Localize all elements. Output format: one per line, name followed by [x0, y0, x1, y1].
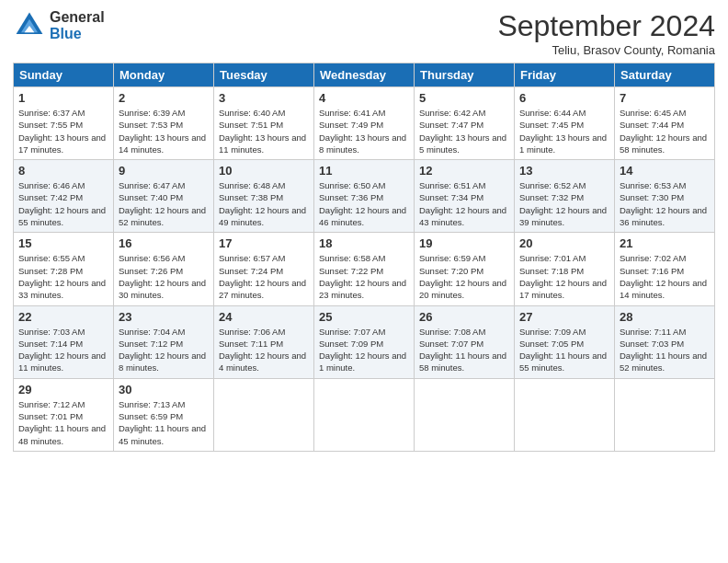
day-info: Sunrise: 6:51 AMSunset: 7:34 PMDaylight:…	[419, 179, 509, 228]
calendar-cell: 26Sunrise: 7:08 AMSunset: 7:07 PMDayligh…	[415, 305, 515, 378]
calendar-week-4: 22Sunrise: 7:03 AMSunset: 7:14 PMDayligh…	[14, 305, 715, 378]
col-saturday: Saturday	[615, 63, 715, 87]
day-info: Sunrise: 6:52 AMSunset: 7:32 PMDaylight:…	[519, 179, 609, 228]
day-info: Sunrise: 6:42 AMSunset: 7:47 PMDaylight:…	[419, 107, 509, 155]
calendar-cell: 9Sunrise: 6:47 AMSunset: 7:40 PMDaylight…	[114, 160, 214, 233]
col-friday: Friday	[515, 63, 615, 87]
month-title: September 2024	[497, 9, 715, 43]
day-info: Sunrise: 6:44 AMSunset: 7:45 PMDaylight:…	[519, 107, 609, 155]
calendar-table: Sunday Monday Tuesday Wednesday Thursday…	[13, 63, 715, 452]
calendar-cell: 23Sunrise: 7:04 AMSunset: 7:12 PMDayligh…	[114, 305, 214, 378]
day-number: 25	[319, 310, 409, 324]
day-info: Sunrise: 7:11 AMSunset: 7:03 PMDaylight:…	[620, 326, 710, 374]
col-tuesday: Tuesday	[214, 63, 314, 87]
calendar-cell: 21Sunrise: 7:02 AMSunset: 7:16 PMDayligh…	[615, 233, 715, 305]
day-number: 20	[519, 236, 609, 250]
day-number: 28	[620, 310, 710, 324]
calendar-cell: 29Sunrise: 7:12 AMSunset: 7:01 PMDayligh…	[14, 378, 114, 451]
day-number: 5	[419, 91, 509, 105]
calendar-cell	[314, 378, 415, 451]
day-number: 3	[219, 91, 309, 105]
day-info: Sunrise: 6:55 AMSunset: 7:28 PMDaylight:…	[18, 252, 108, 301]
calendar-cell: 2Sunrise: 6:39 AMSunset: 7:53 PMDaylight…	[114, 87, 214, 160]
calendar-cell: 19Sunrise: 6:59 AMSunset: 7:20 PMDayligh…	[415, 233, 515, 305]
day-number: 9	[119, 164, 209, 178]
calendar-body: 1Sunrise: 6:37 AMSunset: 7:55 PMDaylight…	[14, 87, 715, 452]
calendar-cell: 27Sunrise: 7:09 AMSunset: 7:05 PMDayligh…	[515, 305, 615, 378]
calendar-cell: 28Sunrise: 7:11 AMSunset: 7:03 PMDayligh…	[615, 305, 715, 378]
calendar-cell: 22Sunrise: 7:03 AMSunset: 7:14 PMDayligh…	[14, 305, 114, 378]
day-info: Sunrise: 6:59 AMSunset: 7:20 PMDaylight:…	[419, 252, 509, 301]
day-number: 2	[119, 91, 209, 105]
day-number: 19	[419, 236, 509, 250]
calendar-cell: 17Sunrise: 6:57 AMSunset: 7:24 PMDayligh…	[214, 233, 314, 305]
day-info: Sunrise: 6:45 AMSunset: 7:44 PMDaylight:…	[620, 107, 710, 155]
day-number: 18	[319, 236, 409, 250]
day-info: Sunrise: 6:57 AMSunset: 7:24 PMDaylight:…	[219, 252, 309, 301]
day-info: Sunrise: 7:12 AMSunset: 7:01 PMDaylight:…	[18, 398, 108, 447]
day-info: Sunrise: 7:06 AMSunset: 7:11 PMDaylight:…	[219, 326, 309, 374]
day-number: 15	[18, 236, 108, 250]
calendar-cell	[214, 378, 314, 451]
logo-blue: Blue	[50, 26, 105, 42]
day-info: Sunrise: 6:41 AMSunset: 7:49 PMDaylight:…	[319, 107, 409, 155]
day-number: 27	[519, 310, 609, 324]
day-info: Sunrise: 7:09 AMSunset: 7:05 PMDaylight:…	[519, 326, 609, 374]
day-info: Sunrise: 6:50 AMSunset: 7:36 PMDaylight:…	[319, 179, 409, 228]
calendar-cell: 16Sunrise: 6:56 AMSunset: 7:26 PMDayligh…	[114, 233, 214, 305]
day-number: 1	[18, 91, 108, 105]
day-info: Sunrise: 6:48 AMSunset: 7:38 PMDaylight:…	[219, 179, 309, 228]
day-number: 26	[419, 310, 509, 324]
day-number: 13	[519, 164, 609, 178]
day-number: 6	[519, 91, 609, 105]
calendar-cell: 10Sunrise: 6:48 AMSunset: 7:38 PMDayligh…	[214, 160, 314, 233]
calendar-cell: 5Sunrise: 6:42 AMSunset: 7:47 PMDaylight…	[415, 87, 515, 160]
day-number: 11	[319, 164, 409, 178]
calendar-week-3: 15Sunrise: 6:55 AMSunset: 7:28 PMDayligh…	[14, 233, 715, 305]
header: General Blue September 2024 Teliu, Braso…	[13, 9, 715, 57]
logo-icon	[13, 9, 46, 42]
day-info: Sunrise: 6:58 AMSunset: 7:22 PMDaylight:…	[319, 252, 409, 301]
day-number: 8	[18, 164, 108, 178]
calendar-cell: 30Sunrise: 7:13 AMSunset: 6:59 PMDayligh…	[114, 378, 214, 451]
logo: General Blue	[13, 9, 105, 42]
day-number: 29	[18, 383, 108, 396]
calendar-cell	[515, 378, 615, 451]
day-number: 10	[219, 164, 309, 178]
day-info: Sunrise: 6:47 AMSunset: 7:40 PMDaylight:…	[119, 179, 209, 228]
calendar-header: Sunday Monday Tuesday Wednesday Thursday…	[14, 63, 715, 87]
calendar-cell: 24Sunrise: 7:06 AMSunset: 7:11 PMDayligh…	[214, 305, 314, 378]
day-info: Sunrise: 6:37 AMSunset: 7:55 PMDaylight:…	[18, 107, 108, 155]
calendar-cell: 7Sunrise: 6:45 AMSunset: 7:44 PMDaylight…	[615, 87, 715, 160]
day-number: 12	[419, 164, 509, 178]
col-wednesday: Wednesday	[314, 63, 415, 87]
day-number: 21	[620, 236, 710, 250]
day-info: Sunrise: 7:08 AMSunset: 7:07 PMDaylight:…	[419, 326, 509, 374]
day-info: Sunrise: 6:39 AMSunset: 7:53 PMDaylight:…	[119, 107, 209, 155]
calendar-cell	[415, 378, 515, 451]
day-info: Sunrise: 7:04 AMSunset: 7:12 PMDaylight:…	[119, 326, 209, 374]
calendar-week-2: 8Sunrise: 6:46 AMSunset: 7:42 PMDaylight…	[14, 160, 715, 233]
day-number: 16	[119, 236, 209, 250]
day-info: Sunrise: 6:40 AMSunset: 7:51 PMDaylight:…	[219, 107, 309, 155]
day-number: 23	[119, 310, 209, 324]
title-section: September 2024 Teliu, Brasov County, Rom…	[497, 9, 715, 57]
header-row: Sunday Monday Tuesday Wednesday Thursday…	[14, 63, 715, 87]
logo-text: General Blue	[50, 9, 105, 41]
calendar-cell: 13Sunrise: 6:52 AMSunset: 7:32 PMDayligh…	[515, 160, 615, 233]
day-info: Sunrise: 7:07 AMSunset: 7:09 PMDaylight:…	[319, 326, 409, 374]
col-sunday: Sunday	[14, 63, 114, 87]
calendar-cell: 6Sunrise: 6:44 AMSunset: 7:45 PMDaylight…	[515, 87, 615, 160]
calendar-cell: 1Sunrise: 6:37 AMSunset: 7:55 PMDaylight…	[14, 87, 114, 160]
col-monday: Monday	[114, 63, 214, 87]
day-number: 22	[18, 310, 108, 324]
day-info: Sunrise: 7:03 AMSunset: 7:14 PMDaylight:…	[18, 326, 108, 374]
location-subtitle: Teliu, Brasov County, Romania	[497, 43, 715, 57]
day-info: Sunrise: 6:53 AMSunset: 7:30 PMDaylight:…	[620, 179, 710, 228]
calendar-cell: 18Sunrise: 6:58 AMSunset: 7:22 PMDayligh…	[314, 233, 415, 305]
calendar-cell	[615, 378, 715, 451]
day-number: 24	[219, 310, 309, 324]
day-number: 14	[620, 164, 710, 178]
logo-general: General	[50, 9, 105, 26]
day-info: Sunrise: 7:02 AMSunset: 7:16 PMDaylight:…	[620, 252, 710, 301]
